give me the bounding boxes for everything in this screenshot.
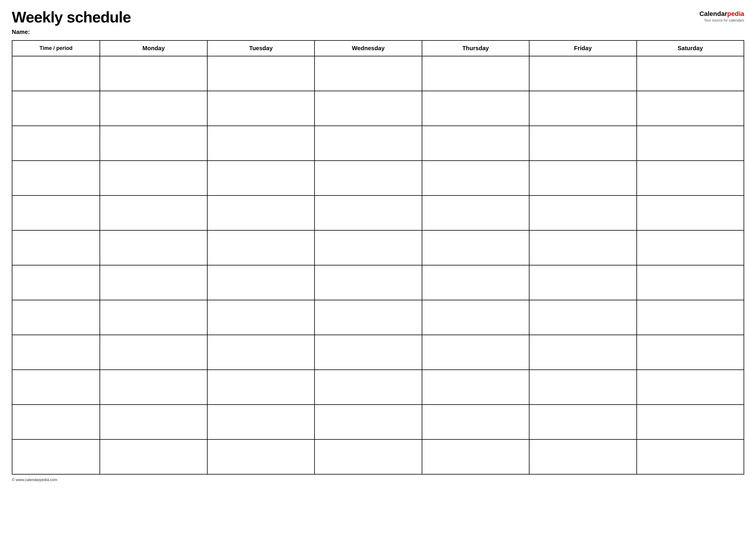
- schedule-cell[interactable]: [529, 230, 636, 265]
- schedule-cell[interactable]: [637, 404, 744, 439]
- schedule-cell[interactable]: [207, 300, 314, 335]
- schedule-cell[interactable]: [314, 439, 422, 474]
- schedule-cell[interactable]: [529, 161, 636, 196]
- schedule-cell[interactable]: [529, 300, 636, 335]
- time-cell: [12, 265, 100, 300]
- table-row: [12, 230, 744, 265]
- schedule-cell[interactable]: [637, 300, 744, 335]
- schedule-cell[interactable]: [207, 126, 314, 161]
- schedule-cell[interactable]: [529, 196, 636, 230]
- col-header-tuesday: Tuesday: [207, 41, 314, 56]
- schedule-cell[interactable]: [422, 126, 529, 161]
- schedule-cell[interactable]: [314, 300, 422, 335]
- schedule-cell[interactable]: [422, 56, 529, 91]
- schedule-cell[interactable]: [314, 126, 422, 161]
- schedule-cell[interactable]: [314, 56, 422, 91]
- title-section: Weekly schedule Name:: [12, 9, 131, 36]
- schedule-cell[interactable]: [100, 91, 207, 126]
- schedule-cell[interactable]: [207, 196, 314, 230]
- schedule-cell[interactable]: [422, 265, 529, 300]
- col-header-friday: Friday: [529, 41, 636, 56]
- schedule-cell[interactable]: [314, 335, 422, 370]
- schedule-cell[interactable]: [529, 404, 636, 439]
- schedule-cell[interactable]: [100, 370, 207, 404]
- schedule-cell[interactable]: [637, 265, 744, 300]
- schedule-cell[interactable]: [529, 91, 636, 126]
- logo-section: Calendarpedia Your source for calendars: [699, 9, 744, 22]
- logo-pedia: pedia: [728, 10, 744, 17]
- schedule-cell[interactable]: [314, 265, 422, 300]
- schedule-cell[interactable]: [637, 230, 744, 265]
- schedule-cell[interactable]: [207, 265, 314, 300]
- schedule-cell[interactable]: [422, 439, 529, 474]
- schedule-cell[interactable]: [422, 300, 529, 335]
- schedule-cell[interactable]: [207, 370, 314, 404]
- schedule-cell[interactable]: [422, 161, 529, 196]
- schedule-cell[interactable]: [207, 335, 314, 370]
- time-cell: [12, 335, 100, 370]
- schedule-cell[interactable]: [422, 335, 529, 370]
- schedule-cell[interactable]: [422, 370, 529, 404]
- schedule-cell[interactable]: [100, 335, 207, 370]
- schedule-cell[interactable]: [100, 230, 207, 265]
- schedule-cell[interactable]: [529, 335, 636, 370]
- schedule-cell[interactable]: [100, 265, 207, 300]
- table-row: [12, 265, 744, 300]
- schedule-cell[interactable]: [100, 196, 207, 230]
- schedule-cell[interactable]: [529, 439, 636, 474]
- schedule-cell[interactable]: [100, 439, 207, 474]
- schedule-cell[interactable]: [314, 161, 422, 196]
- table-row: [12, 196, 744, 230]
- logo-text: Calendarpedia: [699, 10, 744, 18]
- schedule-cell[interactable]: [207, 404, 314, 439]
- schedule-cell[interactable]: [422, 91, 529, 126]
- time-cell: [12, 230, 100, 265]
- schedule-cell[interactable]: [314, 230, 422, 265]
- time-cell: [12, 196, 100, 230]
- schedule-cell[interactable]: [314, 196, 422, 230]
- schedule-cell[interactable]: [100, 300, 207, 335]
- schedule-cell[interactable]: [637, 335, 744, 370]
- schedule-cell[interactable]: [422, 230, 529, 265]
- schedule-cell[interactable]: [422, 404, 529, 439]
- schedule-cell[interactable]: [637, 91, 744, 126]
- schedule-cell[interactable]: [529, 56, 636, 91]
- schedule-table: Time / period Monday Tuesday Wednesday T…: [12, 40, 744, 475]
- schedule-cell[interactable]: [207, 230, 314, 265]
- time-cell: [12, 126, 100, 161]
- schedule-cell[interactable]: [529, 126, 636, 161]
- time-cell: [12, 91, 100, 126]
- schedule-cell[interactable]: [637, 56, 744, 91]
- schedule-cell[interactable]: [100, 161, 207, 196]
- logo-calendar: Calendar: [699, 10, 727, 17]
- table-row: [12, 300, 744, 335]
- schedule-cell[interactable]: [529, 370, 636, 404]
- name-label: Name:: [12, 29, 131, 36]
- schedule-cell[interactable]: [637, 126, 744, 161]
- table-row: [12, 91, 744, 126]
- schedule-cell[interactable]: [100, 404, 207, 439]
- footer: © www.calendarpedia.com: [12, 478, 744, 482]
- schedule-cell[interactable]: [314, 404, 422, 439]
- time-cell: [12, 300, 100, 335]
- schedule-cell[interactable]: [207, 439, 314, 474]
- schedule-cell[interactable]: [207, 161, 314, 196]
- table-row: [12, 335, 744, 370]
- schedule-cell[interactable]: [637, 370, 744, 404]
- table-row: [12, 439, 744, 474]
- time-cell: [12, 404, 100, 439]
- schedule-cell[interactable]: [529, 265, 636, 300]
- time-cell: [12, 439, 100, 474]
- schedule-cell[interactable]: [207, 91, 314, 126]
- footer-url: © www.calendarpedia.com: [12, 478, 57, 482]
- schedule-cell[interactable]: [637, 196, 744, 230]
- schedule-cell[interactable]: [314, 91, 422, 126]
- schedule-cell[interactable]: [100, 56, 207, 91]
- schedule-cell[interactable]: [207, 56, 314, 91]
- schedule-cell[interactable]: [100, 126, 207, 161]
- schedule-cell[interactable]: [637, 161, 744, 196]
- schedule-cell[interactable]: [637, 439, 744, 474]
- schedule-cell[interactable]: [422, 196, 529, 230]
- page-title: Weekly schedule: [12, 9, 131, 26]
- schedule-cell[interactable]: [314, 370, 422, 404]
